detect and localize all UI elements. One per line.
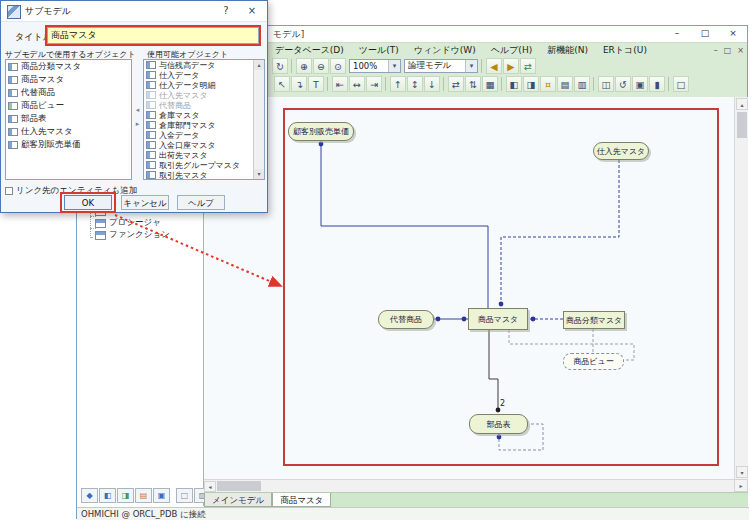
entity-list-icon[interactable]: ◧ xyxy=(506,76,522,92)
nav-forward-icon[interactable]: ▶ xyxy=(503,58,519,74)
redo-icon[interactable]: ↻ xyxy=(272,58,288,74)
tree-item-function[interactable]: ファンクション xyxy=(95,229,170,241)
layers-tab-icon[interactable]: ◨ xyxy=(117,488,134,503)
er-model-tab-icon[interactable]: ◆ xyxy=(81,488,98,503)
list-item[interactable]: 倉庫部門マスタ xyxy=(144,120,264,130)
zoom-out-icon[interactable]: ⊖ xyxy=(313,58,329,74)
tab-product-master[interactable]: 商品マスタ xyxy=(272,493,331,507)
entity-node[interactable]: 顧客別販売単価 xyxy=(288,122,354,141)
align-top-icon[interactable]: ↑ xyxy=(390,76,406,92)
sync-model-icon[interactable]: ⇄ xyxy=(520,58,536,74)
align-center-icon[interactable]: ↔ xyxy=(349,76,365,92)
mdi-restore-button[interactable]: □ xyxy=(724,44,732,57)
entity-node[interactable]: 代替商品 xyxy=(378,310,434,329)
dialog-close-button[interactable]: × xyxy=(239,1,265,20)
scroll-up-icon[interactable]: ▴ xyxy=(736,98,748,110)
cancel-button[interactable]: キャンセル xyxy=(121,195,169,210)
zoom-level-select[interactable]: 100% ▾ xyxy=(349,59,401,73)
menu-window[interactable]: ウィンドウ(W) xyxy=(414,43,476,58)
text-tool-icon[interactable]: T xyxy=(308,76,324,92)
zoom-actual-icon[interactable]: ⊙ xyxy=(330,58,346,74)
image-tab-icon[interactable]: ▣ xyxy=(153,488,170,503)
menu-database[interactable]: データベース(D) xyxy=(275,43,344,58)
scroll-left-icon[interactable]: ◂ xyxy=(204,481,216,492)
diagram-canvas[interactable]: 顧客別販売単価 仕入先マスタ 代替商品 商品マスタ 商品分類マスタ 商品ビュー … xyxy=(204,97,734,479)
list-item[interactable]: 出荷先マスタ xyxy=(144,150,264,160)
list-item[interactable]: 与信残高データ xyxy=(144,60,264,70)
index-icon[interactable]: ▤ xyxy=(557,76,573,92)
entity-node[interactable]: 仕入先マスタ xyxy=(593,142,649,160)
window-close-button[interactable]: × xyxy=(721,26,745,41)
view-node[interactable]: 商品ビュー xyxy=(563,353,624,370)
reset-view-icon[interactable]: ↺ xyxy=(615,76,631,92)
list-item[interactable]: 顧客別販売単価 xyxy=(6,138,131,151)
list-item[interactable]: 倉庫マスタ xyxy=(144,110,264,120)
pointer-tool-icon[interactable]: ↖ xyxy=(274,76,290,92)
list-item[interactable]: 入金口座マスタ xyxy=(144,140,264,150)
entity-node[interactable]: 商品分類マスタ xyxy=(563,311,625,329)
tab-main-model[interactable]: メインモデル xyxy=(204,493,272,507)
model-type-select[interactable]: 論理モデル ▾ xyxy=(404,59,478,73)
list-item[interactable]: 取引先マスタ xyxy=(144,170,264,180)
menu-new-features[interactable]: 新機能(N) xyxy=(547,43,588,58)
move-left-button[interactable]: ◂ xyxy=(133,105,142,115)
title-input[interactable] xyxy=(47,27,259,44)
align-right-icon[interactable]: ⇥ xyxy=(366,76,382,92)
list-item[interactable]: 代替商品 xyxy=(6,86,131,99)
menu-help[interactable]: ヘルプ(H) xyxy=(491,43,532,58)
scroll-up-icon[interactable]: ▴ xyxy=(254,60,264,70)
page-tab-icon[interactable]: □ xyxy=(176,488,193,503)
scroll-down-icon[interactable]: ▾ xyxy=(736,466,748,478)
mdi-close-button[interactable]: × xyxy=(737,44,744,57)
list-item[interactable]: 代替商品 xyxy=(144,100,264,110)
list-item[interactable]: 商品ビュー xyxy=(6,99,131,112)
horizontal-scroll-thumb[interactable] xyxy=(217,481,261,491)
used-objects-list[interactable]: 商品分類マスタ 商品マスタ 代替商品 商品ビュー 部品表 仕入先マスタ 顧客別販… xyxy=(5,59,132,180)
distribute-horizontal-icon[interactable]: ⇄ xyxy=(448,76,464,92)
relationship-list-icon[interactable]: ◨ xyxy=(523,76,539,92)
grid-layout-icon[interactable]: ▦ xyxy=(482,76,498,92)
checkbox-icon[interactable] xyxy=(5,187,13,195)
blank-box-icon[interactable]: □ xyxy=(673,76,689,92)
scroll-right-icon[interactable]: ▸ xyxy=(734,479,748,492)
horizontal-scrollbar[interactable]: ◂ xyxy=(204,479,734,492)
list-item[interactable]: 仕入先マスタ xyxy=(144,90,264,100)
list-item[interactable]: 仕入先マスタ xyxy=(6,125,131,138)
connector-tool-icon[interactable]: ↴ xyxy=(291,76,307,92)
zoom-in-icon[interactable]: ⊕ xyxy=(296,58,312,74)
window-cascade-icon[interactable]: ◫ xyxy=(598,76,614,92)
window-minimize-button[interactable]: – xyxy=(665,26,689,41)
align-left-icon[interactable]: ⇤ xyxy=(332,76,348,92)
help-button[interactable]: ヘルプ xyxy=(177,195,225,210)
align-bottom-icon[interactable]: ↓ xyxy=(424,76,440,92)
tree-item-procedure[interactable]: プロシージャ xyxy=(95,217,161,229)
note-icon[interactable]: ▥ xyxy=(574,76,590,92)
distribute-vertical-icon[interactable]: ⇅ xyxy=(465,76,481,92)
vertical-scrollbar[interactable]: ▴ ▾ xyxy=(734,97,748,479)
nav-back-icon[interactable]: ◀ xyxy=(486,58,502,74)
ok-button[interactable]: OK xyxy=(64,195,112,210)
image-export-icon[interactable]: ▣ xyxy=(632,76,648,92)
list-item[interactable]: 入金データ xyxy=(144,130,264,140)
list-item[interactable]: 取引先グループマスタ xyxy=(144,160,264,170)
vertical-scroll-thumb[interactable] xyxy=(737,112,747,138)
mdi-minimize-button[interactable]: – xyxy=(714,44,718,57)
diagram-tab-icon[interactable]: ◧ xyxy=(99,488,116,503)
move-right-button[interactable]: ▸ xyxy=(133,119,142,129)
entity-node[interactable]: 部品表 xyxy=(469,414,528,434)
available-objects-list[interactable]: 与信残高データ 仕入データ 仕入データ明細 仕入先マスタ 代替商品 倉庫マスタ … xyxy=(143,59,265,180)
scroll-down-icon[interactable]: ▾ xyxy=(254,169,264,179)
list-item[interactable]: 仕入データ明細 xyxy=(144,80,264,90)
list-item[interactable]: 仕入データ xyxy=(144,70,264,80)
menu-ertoko[interactable]: ERトコ(U) xyxy=(603,43,647,58)
dialog-help-button[interactable]: ? xyxy=(213,1,239,20)
list-item[interactable]: 商品マスタ xyxy=(6,73,131,86)
table-tab-icon[interactable]: ▤ xyxy=(135,488,152,503)
align-middle-icon[interactable]: ↕ xyxy=(407,76,423,92)
menu-tools[interactable]: ツール(T) xyxy=(359,43,399,58)
window-maximize-button[interactable]: □ xyxy=(693,26,717,41)
list-scrollbar[interactable]: ▴ ▾ xyxy=(253,60,264,179)
entity-node[interactable]: 商品マスタ xyxy=(468,308,528,330)
list-item[interactable]: 部品表 xyxy=(6,112,131,125)
dark-page-icon[interactable]: ▮ xyxy=(649,76,665,92)
